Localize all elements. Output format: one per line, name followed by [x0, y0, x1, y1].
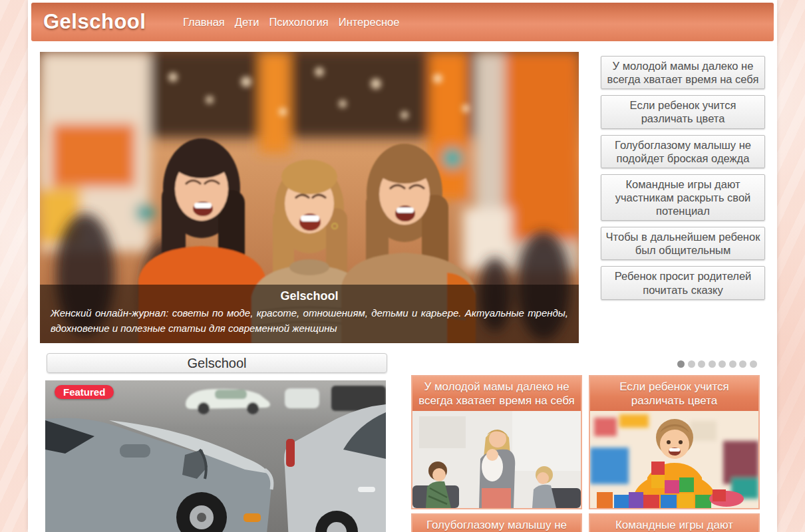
site-logo[interactable]: Gelschool	[43, 10, 146, 34]
nav-item-interesting[interactable]: Интересное	[339, 16, 400, 29]
hero-title: Gelschool	[51, 288, 568, 304]
featured-photo-car-crash	[45, 380, 386, 532]
article-cards: У молодой мамы далеко не всегда хватает …	[411, 375, 760, 532]
pagination-dot[interactable]	[698, 360, 705, 368]
hero-banner: Gelschool Женский онлайн-журнал: советы …	[40, 52, 579, 343]
pagination-dot[interactable]	[709, 360, 716, 368]
sidebar: У молодой мамы далеко не всегда хватает …	[601, 56, 765, 306]
sidebar-link-blue-eyed[interactable]: Голубоглазому малышу не подойдет броская…	[601, 135, 765, 168]
article-card-title[interactable]: Если ребенок учится различать цвета	[590, 376, 758, 411]
article-card-blue-eyed[interactable]: Голубоглазому малышу не подойдет броская…	[411, 513, 582, 532]
carousel-pagination	[677, 360, 757, 368]
site-header: Gelschool Главная Дети Психология Интере…	[31, 3, 774, 41]
article-card-title[interactable]: Голубоглазому малышу не подойдет броская…	[412, 515, 581, 532]
nav-item-home[interactable]: Главная	[183, 16, 225, 29]
hero-overlay: Gelschool Женский онлайн-журнал: советы …	[40, 285, 579, 343]
card-photo-toddler-with-blocks	[590, 411, 758, 508]
pagination-dot[interactable]	[677, 360, 685, 368]
article-card-image	[590, 411, 758, 508]
sidebar-link-sociable[interactable]: Чтобы в дальнейшем ребенок был общительн…	[601, 227, 765, 260]
sidebar-link-fairytale[interactable]: Ребенок просит родителей почитать сказку	[601, 266, 765, 299]
hero-description: Женский онлайн-журнал: советы по моде, к…	[51, 305, 568, 336]
main-nav: Главная Дети Психология Интересное	[183, 3, 409, 41]
article-card-colors[interactable]: Если ребенок учится различать цвета	[589, 375, 760, 509]
article-card-title[interactable]: Командные игры дают участникам раскрыть …	[590, 515, 758, 532]
sidebar-link-young-mom[interactable]: У молодой мамы далеко не всегда хватает …	[601, 56, 765, 89]
article-card-team-games[interactable]: Командные игры дают участникам раскрыть …	[589, 513, 760, 532]
section-heading: Gelschool	[47, 353, 387, 373]
article-card-image	[412, 411, 581, 508]
nav-item-psychology[interactable]: Психология	[269, 16, 328, 29]
pagination-dot[interactable]	[750, 360, 757, 368]
sidebar-link-team-games[interactable]: Командные игры дают участникам раскрыть …	[601, 174, 765, 221]
article-card-title[interactable]: У молодой мамы далеко не всегда хватает …	[412, 376, 581, 411]
pagination-dot[interactable]	[739, 360, 746, 368]
pagination-dot[interactable]	[688, 360, 695, 368]
content-wrapper: Gelschool Главная Дети Психология Интере…	[28, 0, 777, 532]
pagination-dot[interactable]	[729, 360, 736, 368]
nav-item-children[interactable]: Дети	[235, 16, 259, 29]
featured-article[interactable]: Featured	[45, 380, 386, 532]
pagination-dot[interactable]	[719, 360, 726, 368]
featured-badge: Featured	[55, 385, 114, 399]
sidebar-link-colors[interactable]: Если ребенок учится различать цвета	[601, 95, 765, 128]
card-photo-mom-with-kids	[412, 411, 581, 508]
article-card-young-mom[interactable]: У молодой мамы далеко не всегда хватает …	[411, 375, 582, 509]
